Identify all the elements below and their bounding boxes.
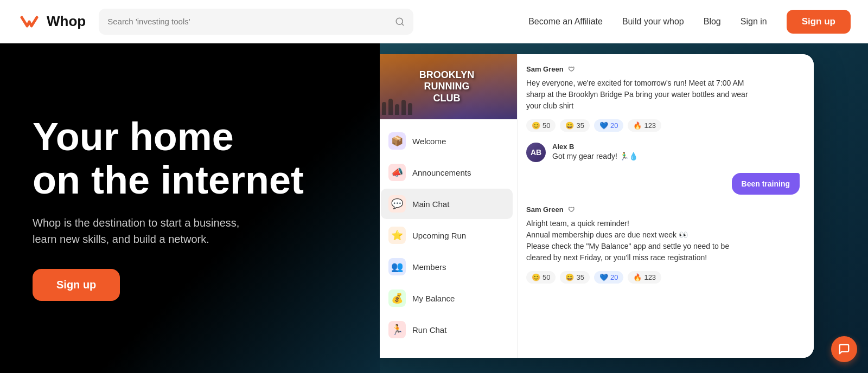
author-alex: Alex B (552, 143, 574, 151)
message-group-4: Sam Green 🛡 Alright team, a quick remind… (526, 205, 805, 284)
svg-line-1 (402, 23, 404, 25)
channel-item-members[interactable]: 👥 Members (381, 252, 513, 282)
message-header-4: Sam Green 🛡 (526, 205, 805, 214)
channel-item-main-chat[interactable]: 💬 Main Chat (381, 189, 513, 219)
message-group-3: Been training (526, 173, 805, 195)
author-sam-green-2: Sam Green (526, 205, 564, 214)
channel-label-announcements: Announcements (412, 168, 471, 177)
channel-item-welcome[interactable]: 📦 Welcome (381, 126, 513, 156)
channel-items: 📦 Welcome 📣 Announcements 💬 Main Chat (380, 119, 517, 351)
reaction-1-4[interactable]: 🔥 123 (628, 119, 661, 132)
channel-item-run-chat[interactable]: 🏃 Run Chat (381, 314, 513, 345)
channel-item-announcements[interactable]: 📣 Announcements (381, 157, 513, 188)
signup-button[interactable]: Sign up (787, 10, 851, 34)
hero-headline: Your home on the internet (33, 115, 347, 201)
reaction-4-4[interactable]: 🔥 123 (628, 271, 661, 284)
upcoming-run-icon: ⭐ (388, 227, 406, 244)
channel-item-upcoming-run[interactable]: ⭐ Upcoming Run (381, 220, 513, 250)
reaction-bar-4: 😊 50 😄 35 💙 20 🔥 123 (526, 271, 805, 284)
announcements-icon: 📣 (388, 164, 406, 181)
message-content-2: Alex B Got my gear ready! 🏃‍♂️💧 (552, 143, 638, 162)
self-message-bubble: Been training (732, 173, 800, 195)
message-group-1: Sam Green 🛡 Hey everyone, we're excited … (526, 65, 805, 132)
app-card: BROOKLYNRUNNINGCLUB 📦 Welcome 📣 Announce… (380, 54, 814, 358)
whop-logo-icon (17, 10, 41, 34)
channel-list: BROOKLYNRUNNINGCLUB 📦 Welcome 📣 Announce… (380, 54, 518, 358)
club-name: BROOKLYNRUNNINGCLUB (419, 69, 474, 105)
navbar: Whop Become an Affiliate Build your whop… (0, 0, 868, 43)
main-chat-icon: 💬 (388, 195, 406, 213)
reaction-4-1[interactable]: 😊 50 (526, 271, 556, 284)
hero-signup-button[interactable]: Sign up (33, 269, 120, 301)
hero-section: Your home on the internet Whop is the de… (0, 43, 380, 373)
avatar-alex: AB (526, 143, 546, 162)
channel-label-members: Members (412, 262, 446, 272)
logo-area: Whop (17, 10, 86, 34)
my-balance-icon: 💰 (388, 290, 406, 307)
reaction-1-3[interactable]: 💙 20 (594, 119, 623, 132)
run-chat-icon: 🏃 (388, 321, 406, 338)
nav-signin[interactable]: Sign in (741, 17, 767, 27)
welcome-icon: 📦 (388, 132, 406, 150)
chat-area: Sam Green 🛡 Hey everyone, we're excited … (518, 54, 814, 358)
reaction-bar-1: 😊 50 😄 35 💙 20 🔥 123 (526, 119, 805, 132)
verified-icon-4: 🛡 (568, 206, 575, 214)
search-icon (395, 17, 405, 27)
message-text-1: Hey everyone, we're excited for tomorrow… (526, 78, 754, 112)
chat-messages: Sam Green 🛡 Hey everyone, we're excited … (518, 54, 814, 358)
message-header-1: Sam Green 🛡 (526, 65, 805, 73)
reaction-1-2[interactable]: 😄 35 (560, 119, 589, 132)
logo-text: Whop (47, 13, 86, 30)
channel-label-welcome: Welcome (412, 137, 446, 146)
club-banner: BROOKLYNRUNNINGCLUB (380, 54, 517, 119)
message-group-2: AB Alex B Got my gear ready! 🏃‍♂️💧 (526, 143, 805, 162)
channel-label-upcoming-run: Upcoming Run (412, 231, 466, 240)
channel-item-my-balance[interactable]: 💰 My Balance (381, 283, 513, 313)
nav-links: Become an Affiliate Build your whop Blog… (528, 10, 851, 34)
nav-build[interactable]: Build your whop (622, 17, 684, 27)
verified-icon-1: 🛡 (568, 66, 575, 73)
search-input[interactable] (107, 17, 390, 26)
author-sam-green-1: Sam Green (526, 65, 564, 73)
reaction-4-2[interactable]: 😄 35 (560, 271, 589, 284)
message-text-2: Got my gear ready! 🏃‍♂️💧 (552, 151, 638, 162)
nav-affiliate[interactable]: Become an Affiliate (528, 17, 603, 27)
hero-subtext: Whop is the destination to start a busin… (33, 215, 260, 247)
nav-blog[interactable]: Blog (704, 17, 721, 27)
search-bar[interactable] (99, 9, 413, 35)
content-area: Your home on the internet Whop is the de… (0, 43, 868, 373)
reaction-4-3[interactable]: 💙 20 (594, 271, 623, 284)
members-icon: 👥 (388, 258, 406, 275)
message-text-4: Alright team, a quick reminder! Annual m… (526, 218, 754, 263)
channel-label-run-chat: Run Chat (412, 325, 446, 335)
right-background: BROOKLYNRUNNINGCLUB 📦 Welcome 📣 Announce… (380, 43, 868, 373)
reaction-1-1[interactable]: 😊 50 (526, 119, 556, 132)
channel-label-main-chat: Main Chat (412, 200, 449, 209)
chat-bubble-button[interactable] (831, 336, 857, 362)
message-header-2: Alex B (552, 143, 638, 151)
channel-label-my-balance: My Balance (412, 294, 455, 303)
